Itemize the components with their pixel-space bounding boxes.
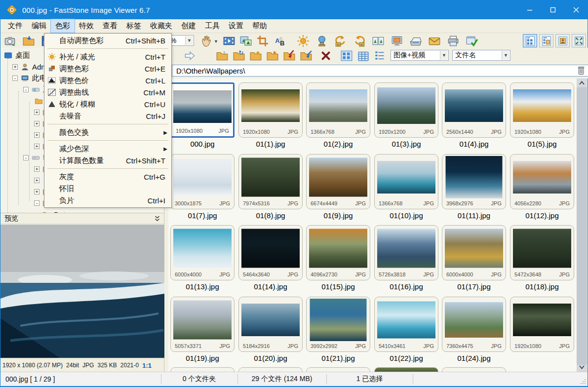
thumbnail-01(12).jpg[interactable]: 4056x2280JPG01(12).jpg: [510, 154, 574, 209]
tree-item-Data[interactable]: Data: [42, 209, 70, 213]
expand-icon[interactable]: +: [34, 166, 39, 172]
collapse-icon[interactable]: -: [34, 200, 39, 206]
collapse-icon[interactable]: -: [23, 87, 29, 92]
scanner-icon[interactable]: [409, 35, 422, 47]
menu-item-4[interactable]: 调整色价Ctrl+L: [44, 75, 171, 86]
menu-6[interactable]: 标签: [122, 19, 146, 33]
email-icon[interactable]: [428, 35, 441, 47]
collapse-icon[interactable]: -: [12, 76, 18, 81]
resize-grip[interactable]: [580, 379, 586, 385]
thumbnail-01(17).jpg[interactable]: 6000x4000JPG01(17).jpg: [442, 225, 506, 280]
sun-lighting-icon[interactable]: [297, 35, 310, 47]
menu-item-8[interactable]: 颜色交换▶: [44, 126, 171, 138]
sort-combo[interactable]: 文件名 ▼: [452, 50, 510, 61]
folder-up-icon[interactable]: ↑: [216, 49, 229, 62]
menu-item-2[interactable]: 补光 / 减光Ctrl+T: [44, 51, 171, 63]
thumbnail-partial[interactable]: [306, 367, 370, 372]
rename-abc-icon[interactable]: ACB: [273, 35, 286, 47]
sort-dropdown-icon[interactable]: ▼: [502, 51, 510, 60]
thumbnail-01(24).jpg[interactable]: 7360x4475JPG01(24).jpg: [442, 297, 506, 352]
thumbnail-01(11).jpg[interactable]: 3968x2976JPG01(11).jpg: [442, 154, 506, 209]
expand-icon[interactable]: +: [34, 121, 39, 126]
menu-item-9[interactable]: 减少色深▶: [44, 143, 171, 155]
thumbnail-000.jpg[interactable]: 1920x1080JPG000.jpg: [170, 82, 235, 138]
resize-image-icon[interactable]: [239, 35, 252, 47]
folder-new-icon[interactable]: ✶: [266, 49, 279, 62]
filmstrip-icon[interactable]: [223, 35, 235, 47]
menu-3[interactable]: 色彩: [51, 19, 75, 33]
thumbnail-partial[interactable]: [238, 367, 303, 372]
thumbnail-01(3).jpg[interactable]: 1920x1200JPG01(3).jpg: [374, 82, 438, 138]
thumbnail-01(22).jpg[interactable]: 5410x3461JPG01(22).jpg: [374, 297, 438, 352]
trash-icon[interactable]: [575, 65, 587, 77]
move-to-folder-icon[interactable]: [300, 49, 313, 62]
thumbnail-partial[interactable]: [170, 367, 235, 372]
thumbnail-01(19).jpg[interactable]: 5057x3371JPG01(19).jpg: [170, 297, 235, 352]
fullscreen-preview-icon[interactable]: [158, 362, 159, 369]
thumbnail-partial[interactable]: [442, 367, 506, 372]
menu-item-6[interactable]: 锐化 / 模糊Ctrl+U: [44, 98, 171, 110]
wallpaper-monitor-icon[interactable]: [391, 35, 403, 47]
thumbnail-01(2).jpg[interactable]: 1366x768JPG01(2).jpg: [306, 82, 370, 138]
menu-8[interactable]: 创建: [177, 19, 200, 33]
vertical-scrollbar[interactable]: [577, 78, 587, 372]
thumbnail-01(8).jpg[interactable]: 7974x5316JPG01(8).jpg: [238, 154, 303, 209]
preview-image[interactable]: [0, 225, 164, 358]
thumbnail-01(9).jpg[interactable]: 6674x4449JPG01(9).jpg: [306, 154, 370, 209]
collapse-preview-icon[interactable]: [155, 216, 160, 222]
tree-item-Adm[interactable]: +Adm: [12, 61, 47, 72]
list-view-icon[interactable]: [374, 49, 387, 62]
menu-1[interactable]: 文件: [3, 19, 27, 33]
menu-item-3[interactable]: 调整色彩Ctrl+E: [44, 63, 171, 75]
rotate-right-90-icon[interactable]: 90: [353, 35, 366, 47]
fullscreen-view-button[interactable]: [572, 34, 586, 47]
zoom-dropdown-icon[interactable]: ▼: [185, 36, 193, 45]
menu-item-5[interactable]: 调整曲线Ctrl+M: [44, 86, 171, 98]
menu-item-1[interactable]: 自动调整色彩Ctrl+Shift+B: [44, 35, 171, 46]
thumbnail[interactable]: 1920x1080JPG: [510, 297, 574, 352]
thumbnail-01(1).jpg[interactable]: 1920x1080JPG01(1).jpg: [238, 82, 303, 138]
hand-tool-icon[interactable]: [200, 35, 213, 47]
expand-icon[interactable]: +: [34, 144, 39, 149]
thumbnails-preview-view-button[interactable]: [539, 34, 553, 47]
menu-item-12[interactable]: 怀旧: [44, 183, 171, 194]
open-folder-icon[interactable]: [22, 35, 35, 47]
thumbnail-01(14).jpg[interactable]: 5464x3640JPG01(14).jpg: [238, 225, 303, 280]
image-view-button[interactable]: [555, 34, 570, 47]
thumbnail-01(7).jpg[interactable]: 3000x1875JPG01(7).jpg: [170, 154, 235, 209]
menu-5[interactable]: 查看: [98, 19, 122, 33]
close-button[interactable]: [564, 0, 588, 19]
expand-icon[interactable]: +: [34, 132, 39, 138]
expand-icon[interactable]: +: [34, 178, 39, 183]
minimize-button[interactable]: [518, 0, 541, 19]
menu-11[interactable]: 帮助: [248, 19, 272, 33]
rotate-left-90-icon[interactable]: 90: [334, 35, 347, 47]
thumbnail-partial[interactable]: [374, 367, 438, 372]
menu-item-13[interactable]: 负片Ctrl+I: [44, 194, 171, 206]
copy-to-folder-icon[interactable]: [283, 49, 296, 62]
grid-view-icon[interactable]: [340, 49, 353, 62]
thumbnail-01(13).jpg[interactable]: 6000x4000JPG01(13).jpg: [170, 225, 235, 280]
thumbnail-01(5).jpg[interactable]: 1920x1080JPG01(5).jpg: [510, 82, 574, 138]
thumbnail-01(18).jpg[interactable]: 5472x3648JPG01(18).jpg: [510, 225, 574, 280]
compare-images-icon[interactable]: [372, 35, 385, 47]
forward-arrow-icon[interactable]: [183, 49, 196, 62]
menu-10[interactable]: 设置: [224, 19, 248, 33]
detail-view-icon[interactable]: [357, 49, 370, 62]
folder-favorite-icon[interactable]: ★: [249, 49, 262, 62]
color-globe-icon[interactable]: [315, 35, 328, 47]
menu-item-7[interactable]: 去噪音Ctrl+J: [44, 110, 171, 122]
menu-2[interactable]: 编辑: [27, 19, 51, 33]
printer-icon[interactable]: [447, 35, 460, 47]
maximize-button[interactable]: [541, 0, 564, 19]
thumbnail-01(15).jpg[interactable]: 4096x2730JPG01(15).jpg: [306, 225, 370, 280]
collapse-icon[interactable]: -: [23, 155, 29, 160]
thumbnails-view-button[interactable]: [523, 34, 537, 47]
menu-item-10[interactable]: 计算颜色数量Ctrl+Shift+T: [44, 155, 171, 166]
menu-7[interactable]: 收藏夹: [146, 19, 177, 33]
scroll-up-icon[interactable]: [577, 78, 587, 87]
lossless-crop-icon[interactable]: [155, 362, 156, 369]
settings-check-icon[interactable]: [466, 35, 478, 47]
delete-x-icon[interactable]: [319, 49, 332, 62]
crop-icon[interactable]: [256, 35, 269, 47]
